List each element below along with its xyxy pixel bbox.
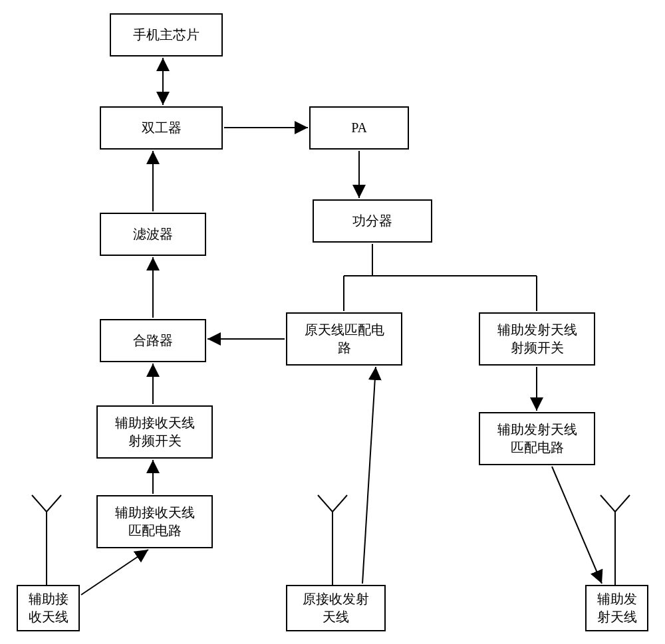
splitter-label: 功分器: [352, 212, 392, 230]
svg-line-24: [362, 367, 376, 584]
svg-line-2: [47, 495, 61, 512]
orig-antenna-label: 原接收发射 天线: [303, 590, 369, 626]
svg-line-5: [332, 495, 347, 512]
main-chip-label: 手机主芯片: [133, 26, 200, 44]
svg-line-7: [600, 495, 615, 512]
aux-rx-antenna-label: 辅助接 收天线: [29, 590, 68, 626]
aux-rx-switch-block: 辅助接收天线 射频开关: [96, 405, 213, 459]
aux-tx-antenna-block: 辅助发 射天线: [585, 585, 648, 631]
aux-rx-switch-label: 辅助接收天线 射频开关: [115, 414, 195, 450]
svg-line-23: [81, 550, 148, 595]
aux-rx-antenna-block: 辅助接 收天线: [17, 585, 80, 631]
duplexer-label: 双工器: [142, 119, 182, 137]
orig-match-label: 原天线匹配电 路: [305, 321, 384, 357]
svg-line-25: [552, 467, 602, 584]
splitter-block: 功分器: [313, 199, 432, 243]
svg-line-8: [615, 495, 630, 512]
combiner-block: 合路器: [100, 319, 206, 362]
duplexer-block: 双工器: [100, 106, 223, 150]
filter-label: 滤波器: [133, 225, 173, 243]
orig-match-block: 原天线匹配电 路: [286, 312, 402, 366]
aux-tx-match-label: 辅助发射天线 匹配电路: [497, 421, 577, 457]
pa-block: PA: [309, 106, 409, 150]
pa-label: PA: [351, 120, 367, 136]
aux-rx-match-label: 辅助接收天线 匹配电路: [115, 504, 195, 540]
svg-line-1: [32, 495, 47, 512]
main-chip-block: 手机主芯片: [110, 13, 223, 56]
combiner-label: 合路器: [133, 332, 173, 350]
aux-tx-switch-block: 辅助发射天线 射频开关: [479, 312, 595, 366]
aux-rx-match-block: 辅助接收天线 匹配电路: [96, 495, 213, 548]
svg-line-4: [318, 495, 332, 512]
filter-block: 滤波器: [100, 213, 206, 256]
aux-tx-match-block: 辅助发射天线 匹配电路: [479, 412, 595, 465]
aux-rx-antenna-icon: [27, 492, 66, 585]
aux-tx-switch-label: 辅助发射天线 射频开关: [497, 321, 577, 357]
aux-tx-antenna-icon: [595, 492, 635, 585]
orig-antenna-block: 原接收发射 天线: [286, 585, 386, 631]
orig-antenna-icon: [313, 492, 352, 585]
aux-tx-antenna-label: 辅助发 射天线: [597, 590, 637, 626]
